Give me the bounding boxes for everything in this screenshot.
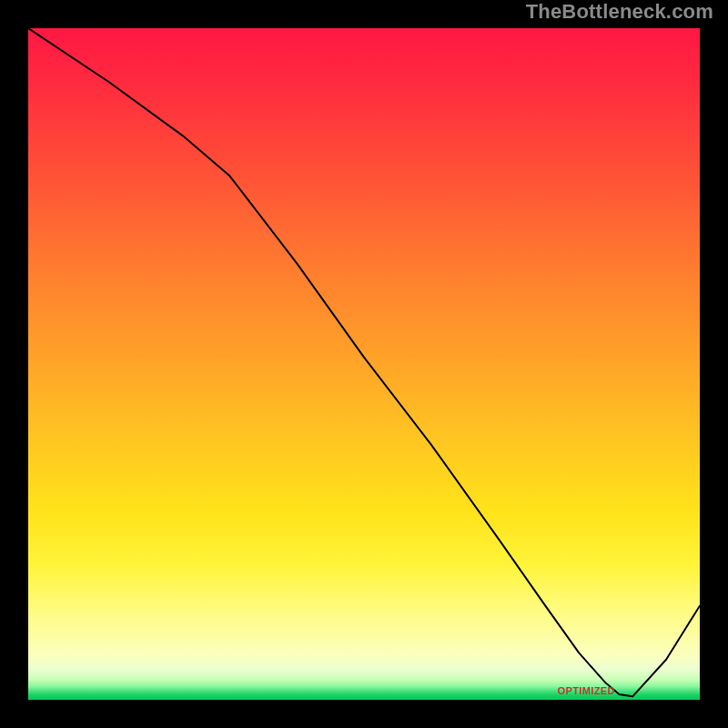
watermark-text: TheBottleneck.com	[526, 0, 713, 24]
optimum-annotation: OPTIMIZED	[557, 685, 615, 696]
chart-container: TheBottleneck.com OPTIMIZED	[0, 0, 728, 728]
plot-area: OPTIMIZED	[28, 28, 700, 700]
bottleneck-curve	[28, 28, 700, 700]
